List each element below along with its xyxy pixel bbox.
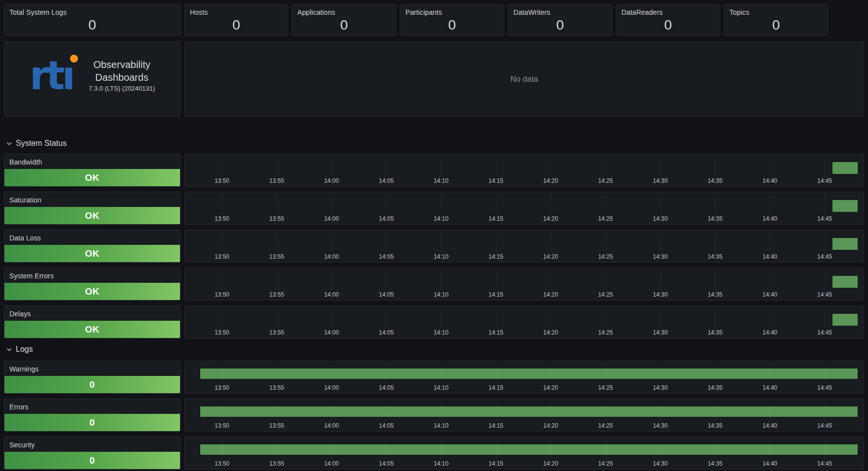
rti-logo: rtı — [30, 56, 80, 95]
status-bar: 0 — [4, 414, 180, 431]
x-tick-label: 14:35 — [699, 177, 731, 184]
status-panel-system-errors: System Errors OK — [4, 268, 181, 301]
status-panel-title[interactable]: Warnings — [4, 361, 180, 373]
x-gridline — [606, 365, 606, 384]
x-tick-label: 13:50 — [206, 215, 238, 222]
x-gridline — [496, 272, 497, 291]
section-header-system-status[interactable]: System Status — [6, 138, 67, 148]
x-tick-label: 14:00 — [316, 329, 347, 336]
timeline-plot[interactable]: 13:5013:5514:0014:0514:1014:1514:2014:25… — [185, 268, 864, 300]
timeline-plot[interactable]: 13:5013:5514:0014:0514:1014:1514:2014:25… — [185, 399, 864, 431]
status-bar: OK — [4, 169, 180, 186]
x-tick-label: 14:05 — [370, 215, 402, 222]
status-panel-title[interactable]: System Errors — [4, 268, 180, 280]
x-tick-label: 14:25 — [590, 460, 621, 467]
status-panel-title[interactable]: Delays — [4, 306, 180, 318]
x-gridline — [331, 196, 332, 215]
x-gridline — [222, 441, 222, 460]
x-tick-label: 14:40 — [754, 384, 786, 391]
x-tick-label: 14:25 — [590, 384, 621, 391]
status-value: OK — [85, 324, 99, 335]
x-tick-label: 14:40 — [754, 329, 786, 336]
timeline-plot[interactable]: 13:5013:5514:0014:0514:1014:1514:2014:25… — [185, 230, 864, 262]
x-gridline — [496, 310, 497, 329]
x-gridline — [660, 365, 661, 384]
timeline-panel-bandwidth: 13:5013:5514:0014:0514:1014:1514:2014:25… — [184, 154, 864, 187]
x-gridline — [222, 272, 222, 291]
status-value: OK — [85, 286, 99, 297]
x-gridline — [551, 272, 551, 291]
status-panel-title[interactable]: Data Loss — [4, 230, 180, 242]
x-gridline — [770, 441, 770, 460]
x-tick-label: 14:25 — [590, 329, 621, 336]
x-gridline — [331, 158, 332, 177]
x-gridline — [551, 365, 551, 384]
status-panel-errors: Errors 0 — [4, 399, 181, 432]
x-gridline — [441, 234, 441, 253]
status-panel-title[interactable]: Bandwidth — [4, 154, 180, 166]
x-gridline — [441, 158, 441, 177]
stat-value: 0 — [400, 14, 504, 35]
stat-panel-datareaders: DataReaders 0 — [616, 4, 720, 36]
x-gridline — [551, 196, 551, 215]
status-panel-bandwidth: Bandwidth OK — [4, 154, 181, 187]
x-gridline — [496, 158, 497, 177]
x-gridline — [715, 234, 716, 253]
x-tick-label: 14:05 — [370, 177, 402, 184]
timeline-plot[interactable]: 13:5013:5514:0014:0514:1014:1514:2014:25… — [185, 306, 864, 338]
x-tick-label: 14:10 — [425, 215, 457, 222]
x-gridline — [551, 403, 551, 422]
x-gridline — [770, 365, 770, 384]
x-tick-label: 14:00 — [316, 215, 347, 222]
x-tick-label: 14:45 — [809, 215, 840, 222]
x-tick-label: 14:35 — [699, 253, 731, 260]
x-gridline — [222, 196, 222, 215]
x-gridline — [222, 403, 222, 422]
branding-panel: rtı Observability Dashboards 7.3.0 (LTS)… — [4, 41, 181, 117]
x-gridline — [331, 441, 332, 460]
x-gridline — [277, 196, 277, 215]
timeline-state-block — [832, 200, 858, 212]
section-header-logs[interactable]: Logs — [6, 344, 33, 354]
status-bar: OK — [4, 245, 180, 262]
status-bar: 0 — [4, 376, 180, 393]
timeline-panel-warnings: 13:5013:5514:0014:0514:1014:1514:2014:25… — [184, 361, 864, 394]
branding-content: rtı Observability Dashboards 7.3.0 (LTS)… — [4, 42, 180, 116]
x-tick-label: 14:40 — [754, 460, 786, 467]
x-tick-label: 14:10 — [425, 422, 457, 429]
x-gridline — [441, 196, 441, 215]
timeline-plot[interactable]: 13:5013:5514:0014:0514:1014:1514:2014:25… — [185, 437, 864, 469]
x-gridline — [770, 158, 770, 177]
timeline-plot[interactable]: 13:5013:5514:0014:0514:1014:1514:2014:25… — [185, 192, 864, 224]
status-bar: 0 — [4, 452, 180, 469]
stat-panel-total-system-logs: Total System Logs 0 — [4, 4, 181, 36]
status-panel-title[interactable]: Security — [4, 437, 180, 449]
x-gridline — [660, 441, 661, 460]
x-gridline — [496, 234, 497, 253]
x-tick-label: 13:50 — [206, 253, 238, 260]
timeline-plot[interactable]: 13:5013:5514:0014:0514:1014:1514:2014:25… — [185, 154, 864, 186]
x-gridline — [551, 234, 551, 253]
x-gridline — [660, 272, 661, 291]
x-gridline — [496, 365, 497, 384]
timeline-panel-delays: 13:5013:5514:0014:0514:1014:1514:2014:25… — [184, 305, 864, 338]
timeline-plot[interactable]: 13:5013:5514:0014:0514:1014:1514:2014:25… — [185, 361, 864, 393]
x-tick-label: 14:20 — [535, 177, 567, 184]
stat-panel-applications: Applications 0 — [292, 4, 396, 36]
x-gridline — [606, 441, 606, 460]
x-tick-label: 14:20 — [535, 384, 567, 391]
status-panel-title[interactable]: Saturation — [4, 192, 180, 204]
x-tick-label: 14:45 — [809, 384, 840, 391]
x-gridline — [660, 310, 661, 329]
x-gridline — [331, 365, 332, 384]
x-gridline — [277, 272, 277, 291]
x-gridline — [825, 365, 825, 384]
x-tick-label: 14:10 — [425, 291, 457, 298]
brand-title-line2: Dashboards — [89, 71, 155, 84]
x-gridline — [386, 196, 387, 215]
status-panel-title[interactable]: Errors — [4, 399, 180, 411]
timeline-panel-security: 13:5013:5514:0014:0514:1014:1514:2014:25… — [184, 437, 864, 470]
stat-value: 0 — [185, 14, 288, 35]
x-gridline — [277, 310, 277, 329]
x-tick-label: 14:25 — [590, 291, 621, 298]
